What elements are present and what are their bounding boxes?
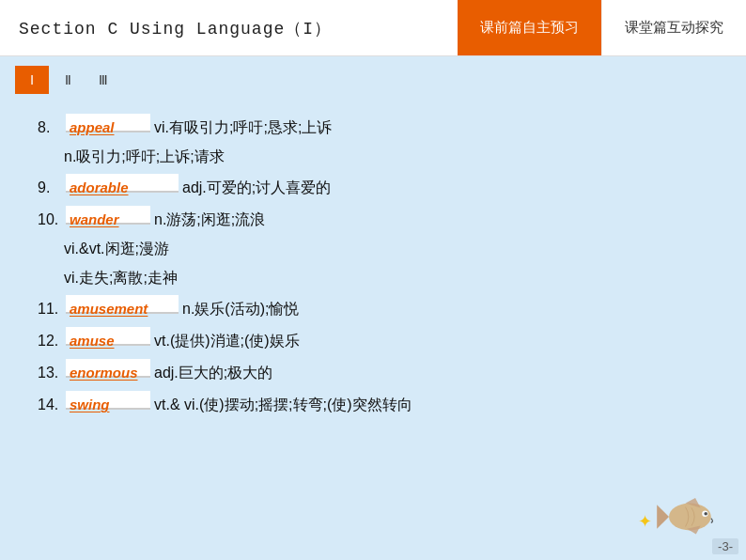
entry-12: 12. amuse vt.(提供)消遣;(使)娱乐 — [38, 326, 718, 356]
tab-classroom[interactable]: 课堂篇互动探究 — [601, 0, 746, 55]
entry-9-blank: adorable — [66, 174, 179, 193]
entry-11-word: amusement — [70, 295, 148, 323]
entry-10-extra-0: vi.&vt.闲逛;漫游 — [38, 235, 718, 263]
entry-11-blank: amusement — [66, 295, 179, 314]
entry-11-main: 11. amusement n.娱乐(活动);愉悦 — [38, 294, 718, 324]
subtab-2[interactable]: Ⅱ — [51, 66, 85, 94]
entry-13-def: adj.巨大的;极大的 — [154, 358, 272, 388]
entry-9: 9. adorable adj.可爱的;讨人喜爱的 — [38, 173, 718, 203]
entry-12-word: amuse — [70, 327, 115, 355]
entry-12-blank: amuse — [66, 327, 150, 346]
entry-8-extra-0: n.吸引力;呼吁;上诉;请求 — [38, 143, 718, 171]
header-title: Section C Using Language（I） — [0, 0, 458, 55]
svg-marker-1 — [657, 505, 669, 529]
header: Section C Using Language（I） 课前篇自主预习 课堂篇互… — [0, 0, 746, 56]
entry-9-word: adorable — [70, 174, 129, 202]
header-tabs: 课前篇自主预习 课堂篇互动探究 — [458, 0, 746, 55]
entry-10: 10. wander n.游荡;闲逛;流浪 vi.&vt.闲逛;漫游 vi.走失… — [38, 205, 718, 292]
entry-10-blank: wander — [66, 206, 150, 225]
entry-11-def: n.娱乐(活动);愉悦 — [182, 294, 299, 324]
sub-tabs: Ⅰ Ⅱ Ⅲ — [0, 56, 746, 103]
entry-9-def: adj.可爱的;讨人喜爱的 — [182, 173, 331, 203]
content-area: 8. appeal vi.有吸引力;呼吁;恳求;上诉 n.吸引力;呼吁;上诉;请… — [0, 103, 746, 431]
entry-10-def: n.游荡;闲逛;流浪 — [154, 205, 265, 235]
entry-8-def: vi.有吸引力;呼吁;恳求;上诉 — [154, 113, 332, 143]
svg-point-5 — [704, 512, 707, 516]
entry-13-word: enormous — [70, 359, 138, 387]
entry-14-main: 14. swing vt.& vi.(使)摆动;摇摆;转弯;(使)突然转向 — [38, 390, 718, 420]
star-decoration: ✦ — [638, 511, 652, 532]
entry-14-word: swing — [70, 391, 110, 419]
entry-14-def: vt.& vi.(使)摆动;摇摆;转弯;(使)突然转向 — [154, 390, 412, 420]
entry-14-num: 14. — [38, 390, 64, 420]
subtab-3[interactable]: Ⅲ — [86, 66, 120, 94]
entry-14: 14. swing vt.& vi.(使)摆动;摇摆;转弯;(使)突然转向 — [38, 390, 718, 420]
entry-9-main: 9. adorable adj.可爱的;讨人喜爱的 — [38, 173, 718, 203]
entry-9-num: 9. — [38, 173, 64, 203]
entry-13: 13. enormous adj.巨大的;极大的 — [38, 358, 718, 388]
entry-11-num: 11. — [38, 294, 64, 324]
entry-10-main: 10. wander n.游荡;闲逛;流浪 — [38, 205, 718, 235]
fish-decoration — [654, 487, 729, 543]
entry-8-num: 8. — [38, 113, 64, 143]
entry-8-word: appeal — [70, 114, 115, 142]
tab-preview[interactable]: 课前篇自主预习 — [458, 0, 601, 55]
entry-10-num: 10. — [38, 205, 64, 235]
entry-14-blank: swing — [66, 391, 150, 410]
entry-12-num: 12. — [38, 326, 64, 356]
entry-8-main: 8. appeal vi.有吸引力;呼吁;恳求;上诉 — [38, 113, 718, 143]
entry-10-extra-1: vi.走失;离散;走神 — [38, 264, 718, 292]
entry-12-def: vt.(提供)消遣;(使)娱乐 — [154, 326, 300, 356]
entry-13-main: 13. enormous adj.巨大的;极大的 — [38, 358, 718, 388]
entry-8: 8. appeal vi.有吸引力;呼吁;恳求;上诉 n.吸引力;呼吁;上诉;请… — [38, 113, 718, 171]
entry-13-num: 13. — [38, 358, 64, 388]
subtab-1[interactable]: Ⅰ — [15, 66, 49, 94]
svg-point-0 — [669, 504, 711, 531]
entry-8-blank: appeal — [66, 114, 150, 132]
page-number: -3- — [712, 538, 738, 554]
entry-11: 11. amusement n.娱乐(活动);愉悦 — [38, 294, 718, 324]
entry-13-blank: enormous — [66, 359, 150, 378]
entry-10-word: wander — [70, 206, 119, 234]
entry-12-main: 12. amuse vt.(提供)消遣;(使)娱乐 — [38, 326, 718, 356]
